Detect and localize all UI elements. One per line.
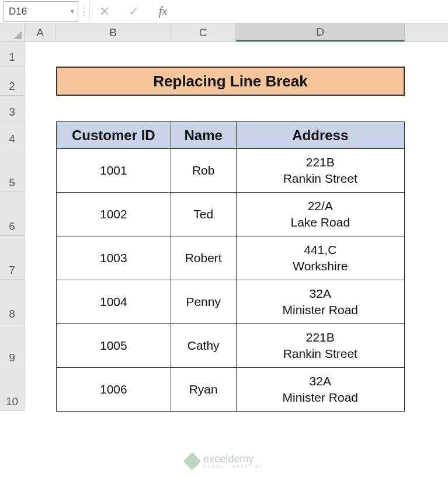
cell-address[interactable]: 22/ALake Road [236, 193, 404, 236]
formula-input[interactable] [178, 1, 444, 22]
cell-id[interactable]: 1001 [57, 149, 171, 193]
cell-name[interactable]: Ted [171, 193, 236, 236]
formula-bar: D16 ▾ ⋮ ✕ ✓ fx [0, 0, 448, 23]
data-table: Customer ID Name Address 1001 Rob 221BRa… [56, 121, 405, 412]
cell-address[interactable]: 221BRankin Street [236, 149, 404, 193]
confirm-icon[interactable]: ✓ [119, 1, 148, 22]
row-header-4[interactable]: 4 [0, 121, 25, 148]
watermark-sub: EXCEL · DATA · BI [203, 464, 262, 469]
cell-id[interactable]: 1003 [57, 236, 171, 280]
cell-name[interactable]: Penny [171, 280, 236, 324]
cells-area[interactable]: Replacing Line Break Customer ID Name Ad… [25, 42, 448, 411]
col-header-a[interactable]: A [25, 23, 56, 41]
fx-icon[interactable]: fx [148, 1, 178, 22]
watermark-text: exceldemy EXCEL · DATA · BI [203, 454, 262, 469]
cancel-icon[interactable]: ✕ [90, 1, 119, 22]
table-row: 1006 Ryan 32AMinister Road [57, 368, 405, 412]
row-header-9[interactable]: 9 [0, 323, 25, 367]
row-header-7[interactable]: 7 [0, 236, 25, 280]
cell-address[interactable]: 441,CWorkshire [236, 236, 404, 280]
header-address[interactable]: Address [236, 122, 404, 149]
name-box[interactable]: D16 ▾ [4, 1, 78, 22]
cell-name[interactable]: Ryan [171, 368, 236, 412]
row-header-2[interactable]: 2 [0, 67, 25, 96]
watermark-main: exceldemy [203, 454, 262, 464]
cell-id[interactable]: 1004 [57, 280, 171, 324]
watermark: exceldemy EXCEL · DATA · BI [0, 454, 448, 469]
col-header-c[interactable]: C [171, 23, 236, 41]
cell-name[interactable]: Robert [171, 236, 236, 280]
col-header-d[interactable]: D [236, 23, 405, 41]
row-header-1[interactable]: 1 [0, 42, 25, 67]
col-header-b[interactable]: B [56, 23, 171, 41]
cell-address[interactable]: 32AMinister Road [236, 368, 404, 412]
table-row: 1002 Ted 22/ALake Road [57, 193, 405, 236]
select-all-corner[interactable] [0, 23, 25, 41]
header-customer-id[interactable]: Customer ID [57, 122, 171, 149]
table-row: 1003 Robert 441,CWorkshire [57, 236, 405, 280]
cell-id[interactable]: 1002 [57, 193, 171, 236]
cell-address[interactable]: 221BRankin Street [236, 324, 404, 368]
cell-name[interactable]: Cathy [171, 324, 236, 368]
row-header-3[interactable]: 3 [0, 96, 25, 121]
column-headers: A B C D [0, 23, 448, 42]
row-header-8[interactable]: 8 [0, 280, 25, 323]
title-text: Replacing Line Break [153, 72, 307, 90]
header-name[interactable]: Name [171, 122, 236, 149]
table-row: 1001 Rob 221BRankin Street [57, 149, 405, 193]
cell-address[interactable]: 32AMinister Road [236, 280, 404, 324]
sheet: 1 2 3 4 5 6 7 8 9 10 Replacing Line Brea… [0, 42, 448, 411]
table-row: 1005 Cathy 221BRankin Street [57, 324, 405, 368]
table-header-row: Customer ID Name Address [57, 122, 405, 149]
row-headers: 1 2 3 4 5 6 7 8 9 10 [0, 42, 25, 411]
row-header-5[interactable]: 5 [0, 148, 25, 192]
row-header-6[interactable]: 6 [0, 192, 25, 236]
cell-name[interactable]: Rob [171, 149, 236, 193]
name-box-value: D16 [9, 6, 27, 18]
cell-id[interactable]: 1006 [57, 368, 171, 412]
table-row: 1004 Penny 32AMinister Road [57, 280, 405, 324]
separator: ⋮ [78, 1, 90, 22]
watermark-icon [183, 452, 202, 470]
title-cell[interactable]: Replacing Line Break [56, 67, 405, 96]
cell-id[interactable]: 1005 [57, 324, 171, 368]
dropdown-icon[interactable]: ▾ [71, 8, 74, 15]
row-header-10[interactable]: 10 [0, 367, 25, 411]
